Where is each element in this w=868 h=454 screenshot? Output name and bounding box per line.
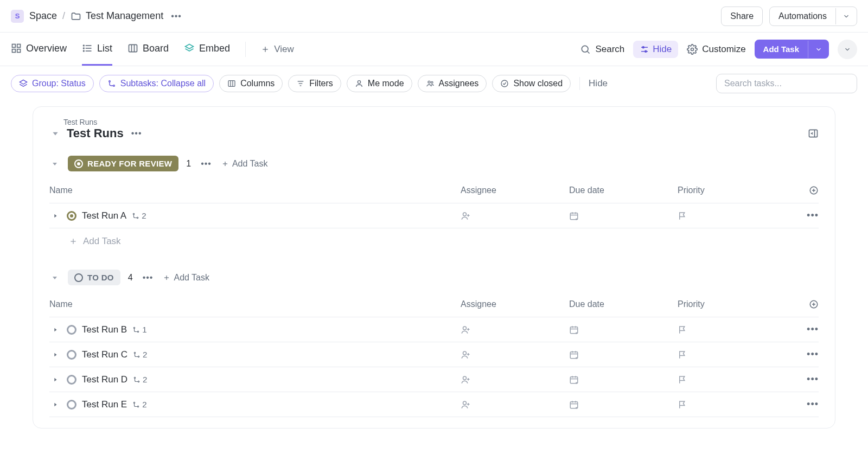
column-assignee[interactable]: Assignee [461,186,569,195]
assignee-cell[interactable] [461,375,569,385]
priority-cell[interactable] [678,350,786,360]
task-row-menu[interactable]: ••• [786,374,819,385]
subtask-badge[interactable]: 1 [132,325,146,334]
column-assignee[interactable]: Assignee [461,299,569,309]
task-expand-toggle[interactable] [49,327,61,332]
overview-icon [11,43,22,54]
task-search[interactable] [716,74,857,93]
list-title[interactable]: Test Runs [67,126,124,140]
list-breadcrumb[interactable]: Test Runs [63,118,819,126]
breadcrumb-space[interactable]: Space [29,10,57,22]
task-row-menu[interactable]: ••• [786,349,819,360]
assignee-cell[interactable] [461,211,569,221]
chip-assignees[interactable]: Assignees [418,75,487,92]
list-more-icon[interactable]: ••• [129,129,144,138]
task-expand-toggle[interactable] [49,377,61,382]
svg-point-18 [643,46,644,48]
subtask-badge[interactable]: 2 [132,400,146,409]
add-column-button[interactable] [786,186,819,195]
add-view-button[interactable]: View [261,44,294,55]
task-row-menu[interactable]: ••• [786,399,819,410]
expand-panel-button[interactable] [808,128,819,139]
view-tools: Search Hide Customize Add Task [580,40,857,59]
breadcrumb-more-icon[interactable]: ••• [169,11,184,21]
svg-point-103 [463,401,467,405]
task-status-dot[interactable] [67,350,76,360]
breadcrumb-folder[interactable]: Test Management [71,10,163,22]
share-button[interactable]: Share [721,7,763,26]
chip-group-status[interactable]: Group: Status [11,75,94,92]
task-status-dot[interactable] [67,375,76,385]
column-name[interactable]: Name [49,299,461,309]
more-actions-button[interactable] [838,40,857,59]
priority-cell[interactable] [678,211,786,221]
add-task-row[interactable]: Add Task [69,228,819,254]
task-name[interactable]: Test Run C [82,349,127,360]
tab-board[interactable]: Board [127,33,169,66]
due-date-cell[interactable] [569,211,678,221]
svg-point-8 [84,48,85,49]
column-priority[interactable]: Priority [678,186,786,195]
task-status-dot[interactable] [67,211,76,221]
hide-toggle[interactable]: Hide [633,41,678,58]
subtask-badge[interactable]: 2 [133,375,147,384]
task-name[interactable]: Test Run E [82,399,127,410]
task-expand-toggle[interactable] [49,402,61,407]
group-more-icon[interactable]: ••• [199,159,214,169]
hide-link[interactable]: Hide [589,78,608,89]
add-column-button[interactable] [786,299,819,309]
column-name[interactable]: Name [49,186,461,195]
group-collapse-toggle[interactable] [49,158,60,169]
search-button[interactable]: Search [580,44,624,55]
task-name[interactable]: Test Run D [82,374,127,385]
tab-list[interactable]: List [82,33,112,66]
status-pill[interactable]: READY FOR REVIEW [68,156,178,171]
add-task-button[interactable]: Add Task [755,40,829,59]
tab-overview[interactable]: Overview [11,33,67,66]
group-more-icon[interactable]: ••• [141,273,156,283]
priority-cell[interactable] [678,375,786,385]
tab-embed[interactable]: Embed [184,33,230,66]
chip-filters[interactable]: Filters [288,75,341,92]
list-collapse-toggle[interactable] [49,127,61,139]
status-pill[interactable]: TO DO [68,270,120,285]
group-count: 4 [128,273,133,283]
task-search-input[interactable] [724,79,849,88]
task-status-dot[interactable] [67,400,76,410]
assignee-cell[interactable] [461,350,569,360]
column-due[interactable]: Due date [569,186,678,195]
chevron-down-icon[interactable] [835,8,857,24]
automations-button[interactable]: Automations [769,7,857,26]
task-expand-toggle[interactable] [49,213,61,219]
svg-point-21 [691,48,694,50]
task-row-menu[interactable]: ••• [786,210,819,221]
space-badge[interactable]: S [11,10,24,23]
column-priority[interactable]: Priority [678,299,786,309]
task-name[interactable]: Test Run A [82,210,126,221]
chip-show-closed[interactable]: Show closed [492,75,571,92]
chip-me-mode[interactable]: Me mode [347,75,412,92]
column-due[interactable]: Due date [569,299,678,309]
task-row-menu[interactable]: ••• [786,324,819,335]
group-add-task[interactable]: Add Task [163,273,209,283]
group-collapse-toggle[interactable] [49,272,60,283]
chip-columns[interactable]: Columns [219,75,283,92]
task-expand-toggle[interactable] [49,352,61,357]
chevron-down-icon[interactable] [808,41,829,58]
subtask-badge[interactable]: 2 [132,211,146,220]
customize-button[interactable]: Customize [687,44,745,55]
due-date-cell[interactable] [569,350,678,360]
task-status-dot[interactable] [67,325,76,335]
priority-cell[interactable] [678,325,786,335]
assignee-cell[interactable] [461,325,569,335]
due-date-cell[interactable] [569,400,678,410]
svg-point-66 [137,331,138,332]
subtask-badge[interactable]: 2 [133,350,147,359]
priority-cell[interactable] [678,400,786,410]
task-name[interactable]: Test Run B [82,324,127,335]
due-date-cell[interactable] [569,325,678,335]
assignee-cell[interactable] [461,400,569,410]
chip-subtasks[interactable]: Subtasks: Collapse all [99,75,214,92]
due-date-cell[interactable] [569,375,678,385]
group-add-task[interactable]: Add Task [221,159,268,169]
